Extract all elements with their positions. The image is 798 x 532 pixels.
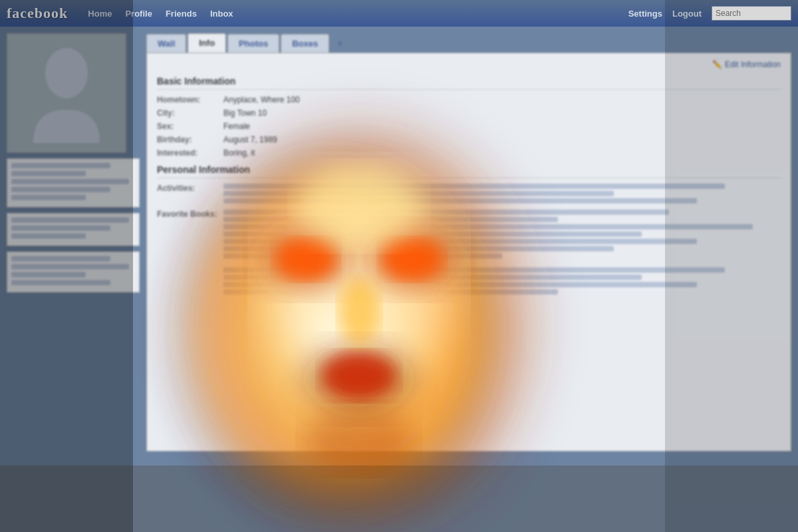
profile-photo-box	[7, 33, 126, 153]
tab-wall[interactable]: Wall	[146, 34, 186, 53]
info-value-line	[223, 275, 642, 280]
info-value: August 7, 1989	[223, 135, 781, 144]
edit-info-link[interactable]: ✏️ Edit Information	[157, 60, 781, 69]
left-box-line	[11, 272, 86, 277]
left-box-3	[7, 251, 140, 293]
tab-add[interactable]: +	[331, 34, 349, 53]
left-box-line	[11, 171, 86, 176]
info-label: Hometown:	[157, 95, 223, 104]
info-value-line	[223, 246, 614, 251]
info-value: Anyplace, Where 100	[223, 95, 781, 104]
left-info-boxes	[7, 158, 140, 293]
info-label	[157, 267, 223, 297]
profile-silhouette-icon	[27, 43, 106, 143]
info-row-birthday: Birthday: August 7, 1989	[157, 135, 781, 144]
info-value-line	[223, 217, 558, 222]
info-row-interested: Interested: Boring, it	[157, 148, 781, 158]
profile-link[interactable]: Profile	[125, 9, 152, 19]
personal-info-title: Personal Information	[157, 164, 781, 178]
left-box-line	[11, 163, 110, 168]
left-box-line	[11, 217, 129, 223]
search-input[interactable]	[712, 6, 791, 21]
profile-content: Wall Info Photos Boxes + ✏️ Edit Informa…	[0, 27, 798, 532]
info-value-line	[223, 253, 502, 259]
tab-info[interactable]: Info	[188, 33, 226, 53]
home-link[interactable]: Home	[88, 9, 112, 19]
left-box-line	[11, 225, 110, 231]
friends-link[interactable]: Friends	[166, 9, 197, 19]
pencil-icon: ✏️	[712, 60, 722, 69]
info-value-line	[223, 239, 697, 244]
left-box-2	[7, 213, 140, 246]
main-area: Wall Info Photos Boxes + ✏️ Edit Informa…	[146, 33, 791, 525]
left-sidebar	[7, 33, 140, 525]
left-box-1	[7, 158, 140, 207]
info-label: Sex:	[157, 122, 223, 131]
info-value-line	[223, 231, 642, 237]
info-row-sex: Sex: Female	[157, 122, 781, 131]
info-content: ✏️ Edit Information Basic Information Ho…	[146, 53, 791, 452]
info-row-music	[157, 267, 781, 297]
left-box-line	[11, 195, 86, 200]
info-value: Boring, it	[223, 148, 781, 158]
info-label: City:	[157, 108, 223, 118]
left-box-line	[11, 187, 110, 192]
info-label: Birthday:	[157, 135, 223, 144]
left-box-line	[11, 179, 129, 184]
tab-photos[interactable]: Photos	[227, 34, 279, 53]
info-value-line	[223, 224, 753, 229]
inbox-link[interactable]: Inbox	[210, 9, 233, 19]
facebook-logo: facebook	[7, 5, 68, 22]
info-row-books: Favorite Books:	[157, 209, 781, 261]
edit-info-label: Edit Information	[725, 60, 781, 69]
info-value-line	[223, 209, 669, 215]
logout-link[interactable]: Logout	[672, 9, 702, 19]
nav-right-section: Settings Logout	[628, 6, 791, 21]
navigation-bar: facebook Home Profile Friends Inbox Sett…	[0, 0, 798, 27]
info-value-block	[223, 184, 781, 205]
left-box-line	[11, 264, 129, 269]
info-value-line	[223, 198, 697, 203]
left-box-line	[11, 280, 110, 285]
info-value: Big Town 10	[223, 108, 781, 118]
left-box-line	[11, 233, 86, 239]
info-row-city: City: Big Town 10	[157, 108, 781, 118]
svg-point-0	[45, 48, 88, 98]
info-value-line	[223, 289, 558, 295]
info-row-hometown: Hometown: Anyplace, Where 100	[157, 95, 781, 104]
info-label: Activities:	[157, 184, 223, 205]
info-value-block	[223, 267, 781, 297]
profile-tabs: Wall Info Photos Boxes +	[146, 33, 791, 53]
info-row-activities: Activities:	[157, 184, 781, 205]
tab-boxes[interactable]: Boxes	[281, 34, 329, 53]
info-value-line	[223, 191, 614, 196]
left-box-line	[11, 256, 110, 261]
info-value-line	[223, 282, 697, 287]
basic-info-title: Basic Information	[157, 76, 781, 90]
info-label: Interested:	[157, 148, 223, 158]
info-value-block	[223, 209, 781, 261]
nav-links: Home Profile Friends Inbox	[88, 9, 628, 19]
info-label: Favorite Books:	[157, 209, 223, 261]
settings-link[interactable]: Settings	[628, 9, 662, 19]
info-value: Female	[223, 122, 781, 131]
info-value-line	[223, 184, 725, 189]
info-value-line	[223, 267, 725, 273]
